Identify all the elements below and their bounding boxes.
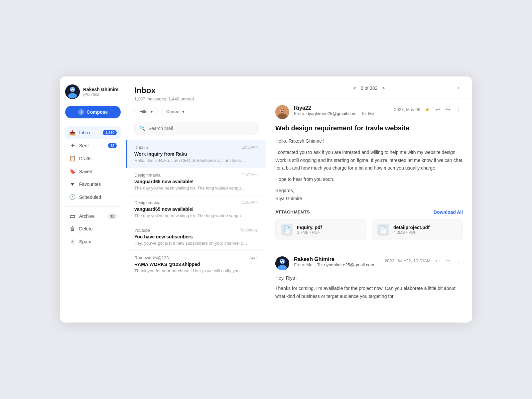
- reply-more-button[interactable]: ⋮: [455, 256, 463, 265]
- more-options-button[interactable]: ⋮: [455, 105, 463, 114]
- reply-date-actions: 2022, June22, 10:30AM ↩ ☆ ⋮: [385, 256, 463, 265]
- sidebar-item-favourites[interactable]: ♥ Favourites: [65, 178, 121, 190]
- mail-time: 10:30Am: [242, 145, 258, 150]
- reply-to-field: riyaghimire25@gmail.com: [324, 262, 374, 267]
- user-info: Rakesh Ghimire @ui.raku: [83, 87, 119, 97]
- mail-item[interactable]: Ramaworks@123 Apr9 RAMA WORKS @123 shipp…: [126, 251, 266, 278]
- mail-sender: Youtube: [134, 228, 150, 233]
- sidebar-item-label: Sent: [79, 143, 105, 148]
- mail-item[interactable]: Desiginmania 11:02Am vanguard65 now avai…: [126, 168, 266, 196]
- sidebar-item-archive[interactable]: 🗃 Archive 12: [65, 210, 121, 222]
- mail-item[interactable]: Desiginmania 11:02Am vanguard65 now avai…: [126, 196, 266, 223]
- mail-detail: ← < 2 of 382 > →: [266, 76, 472, 323]
- reply-all-button[interactable]: ↪: [445, 105, 452, 114]
- user-name: Rakesh Ghimire: [83, 87, 119, 92]
- sidebar-item-label: Delete: [79, 226, 117, 231]
- sidebar-item-saved[interactable]: 🔖 Saved: [65, 165, 121, 178]
- sent-badge: 42: [108, 143, 117, 148]
- attachments-list: 📄 Inquiry. pdf 3.7MB • PDF 📄 detailproje…: [275, 219, 463, 240]
- reply-body-line: Thanks for coming. I'm availiable for th…: [275, 285, 463, 301]
- svg-point-4: [71, 88, 72, 89]
- svg-point-10: [281, 109, 282, 110]
- mail-sender: Ramaworks@123: [134, 255, 169, 260]
- svg-point-11: [283, 109, 284, 110]
- attachment-item[interactable]: 📄 Inquiry. pdf 3.7MB • PDF: [275, 219, 366, 240]
- saved-icon: 🔖: [69, 168, 76, 175]
- email-header-row: Riya22 From: riyaghimire25@gmail.com To:…: [275, 105, 463, 119]
- spam-icon: ⚠: [69, 238, 76, 245]
- mail-subject: Work inquiry from Raku: [134, 151, 258, 157]
- email-date-actions: 2023, May 08 ★ ↩ ↪ ⋮: [394, 105, 463, 114]
- reply-from-field: Me: [307, 262, 313, 267]
- sidebar-item-delete[interactable]: 🗑 Delete: [65, 223, 121, 235]
- prev-email-button[interactable]: <: [351, 84, 359, 92]
- email-date: 2023, May 08: [394, 107, 420, 112]
- mail-nav-bar: ← < 2 of 382 > →: [266, 76, 472, 98]
- sidebar-item-sent[interactable]: ✈ Sent 42: [65, 139, 121, 152]
- back-arrow-button[interactable]: ←: [275, 83, 287, 93]
- current-button[interactable]: Current ▾: [161, 107, 190, 116]
- search-input[interactable]: [148, 126, 253, 131]
- mail-preview: The day you've been waiting for. The lon…: [134, 213, 247, 218]
- plus-icon: ＋: [78, 109, 84, 115]
- chevron-down-icon: ▾: [151, 109, 153, 114]
- delete-icon: 🗑: [69, 226, 76, 232]
- sidebar-item-spam[interactable]: ⚠ Spam: [65, 235, 121, 248]
- svg-point-16: [281, 260, 282, 261]
- attachment-meta: 3.7MB • PDF: [297, 230, 322, 235]
- reply-star-button[interactable]: ☆: [444, 256, 452, 265]
- nav-items-2: 🗃 Archive 12 🗑 Delete ⚠ Spam: [65, 210, 121, 248]
- search-box: 🔍: [134, 122, 258, 135]
- user-profile: Rakesh Ghimire @ui.raku: [65, 84, 121, 99]
- inbox-icon: 📥: [69, 129, 76, 136]
- mail-item[interactable]: Youtube Yesterday You have new subscribe…: [126, 223, 266, 251]
- sidebar-item-scheduled[interactable]: 🕐 Scheduled: [65, 191, 121, 203]
- sidebar-item-label: Saved: [79, 169, 117, 174]
- mail-subject: vanguard65 now available!: [134, 179, 258, 184]
- mail-list-title: Inbox: [134, 86, 258, 95]
- reply-body: Hey, Riya ! Thanks for coming. I'm avail…: [275, 274, 463, 301]
- search-icon: 🔍: [139, 125, 146, 131]
- attachment-name: Inquiry. pdf: [297, 225, 322, 230]
- next-email-button[interactable]: >: [379, 84, 387, 92]
- drafts-icon: 📋: [69, 155, 76, 162]
- svg-point-15: [280, 259, 284, 263]
- email-subject: Web design requirement for travle websit…: [275, 124, 463, 132]
- mail-preview: Hello, this is Raku. I am CEO of Rainbow…: [134, 158, 247, 163]
- mail-time: Yesterday: [240, 228, 258, 233]
- mail-item[interactable]: Dribble 10:30Am Work inquiry from Raku H…: [126, 140, 266, 168]
- mail-counter: < 2 of 382 >: [351, 84, 388, 92]
- email-body-line: Hello, Rakesh Ghimire !: [275, 137, 463, 145]
- attachment-info: Inquiry. pdf 3.7MB • PDF: [297, 225, 322, 235]
- sender-from: From: riyaghimire25@gmail.com To: Me: [294, 111, 389, 116]
- reply-thread: Rakesh Ghimire From: Me To: riyaghimire2…: [275, 255, 463, 301]
- mail-subject: RAMA WORKS @123 shipped: [134, 262, 258, 267]
- sidebar-item-label: Scheduled: [79, 195, 117, 200]
- mail-sender: Desiginmania: [134, 200, 161, 205]
- sidebar-item-drafts[interactable]: 📋 Drafts: [65, 152, 121, 165]
- compose-button[interactable]: ＋ Compose: [65, 106, 121, 118]
- mail-list-filters: Filter ▾ Current ▾: [126, 107, 266, 122]
- scheduled-icon: 🕐: [69, 194, 76, 200]
- pdf-icon: 📄: [377, 224, 389, 236]
- forward-arrow-button[interactable]: →: [452, 83, 463, 93]
- sidebar-item-label: Favourites: [79, 182, 117, 187]
- sidebar-item-label: Inbox: [79, 130, 99, 135]
- email-body-line: Hope to hear from you soon.: [275, 176, 463, 184]
- filter-button[interactable]: Filter ▾: [134, 107, 158, 116]
- attachment-meta: 4.2MB • PDF: [393, 230, 430, 235]
- svg-point-14: [278, 265, 287, 270]
- download-all-button[interactable]: Download All: [434, 209, 463, 215]
- reply-button[interactable]: ↩: [434, 105, 441, 114]
- sender-email: riyaghimire25@gmail.com: [307, 111, 356, 116]
- mail-subject: You have new subscribers: [134, 234, 258, 239]
- sidebar-item-inbox[interactable]: 📥 Inbox 1,440: [65, 126, 121, 139]
- reply-reply-button[interactable]: ↩: [434, 256, 441, 265]
- attachments-section: ATTACHMENTS Download All 📄 Inquiry. pdf …: [275, 209, 463, 240]
- star-button[interactable]: ★: [424, 105, 431, 114]
- nav-divider: [65, 206, 121, 207]
- avatar: [65, 84, 80, 99]
- mail-preview: Thank you for your purchase ! Hy liya we…: [134, 268, 247, 273]
- attachment-item[interactable]: 📄 detailproject.pdf 4.2MB • PDF: [372, 219, 463, 240]
- sender-info: Riya22 From: riyaghimire25@gmail.com To:…: [294, 105, 389, 116]
